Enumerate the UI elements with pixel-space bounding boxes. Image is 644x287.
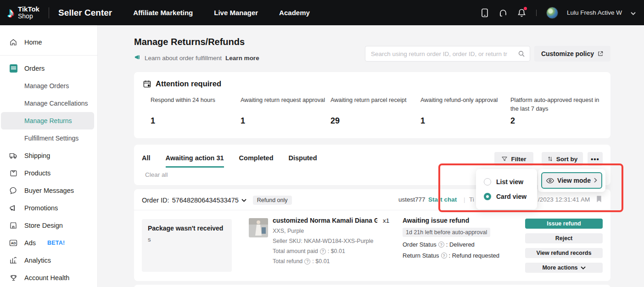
stat-value[interactable]: 29 <box>330 116 340 126</box>
chevron-down-icon[interactable] <box>631 9 636 17</box>
sidebar-item-label: Ads <box>24 239 36 247</box>
attention-title: Attention required <box>156 79 221 88</box>
bookmark-icon[interactable] <box>596 195 602 204</box>
sort-label: Sort by <box>556 156 578 163</box>
stat-awaiting-return-approval: Awaiting return request approval 1 <box>241 96 328 105</box>
tiktok-shop-logo[interactable]: ♪ TikTok Shop <box>0 6 39 19</box>
stat-value[interactable]: 2 <box>510 116 515 126</box>
notifications-bell-icon[interactable] <box>517 8 526 17</box>
sidebar-item-analytics[interactable]: Analytics <box>0 252 97 269</box>
chevron-down-icon[interactable] <box>241 199 246 202</box>
sidebar-item-label: Store Design <box>24 222 63 229</box>
tab-completed[interactable]: Completed <box>239 154 274 168</box>
analytics-bars-icon <box>9 256 17 264</box>
nav-academy[interactable]: Academy <box>279 9 310 17</box>
orders-icon <box>9 64 17 73</box>
sidebar-item-store-design[interactable]: Store Design <box>0 217 97 234</box>
list-view-option[interactable]: List view <box>476 174 537 189</box>
svg-text:AD: AD <box>11 241 16 245</box>
megaphone-icon <box>9 204 17 212</box>
list-view-label: List view <box>496 178 523 186</box>
product-name[interactable]: customized Norma Kamali Diana G... <box>273 217 377 224</box>
chevron-down-icon <box>581 266 586 270</box>
help-icon[interactable]: ? <box>441 253 447 259</box>
sidebar-item-fulfillment-settings[interactable]: Fulfillment Settings <box>0 129 97 147</box>
sidebar: Home Orders Manage Orders Manage Cancell… <box>0 25 98 287</box>
stat-value[interactable]: 1 <box>420 116 425 126</box>
nav-live-manager[interactable]: Live Manager <box>214 9 258 17</box>
order-card: Order ID: 576482806434533475 Refund only… <box>134 189 610 281</box>
stat-value[interactable]: 1 <box>241 116 245 126</box>
request-time-fragment-left: Ti <box>469 196 474 203</box>
sidebar-item-manage-returns[interactable]: Manage Returns <box>1 112 94 129</box>
page-title: Manage Returns/Refunds <box>134 37 245 47</box>
order-id-value[interactable]: 576482806434533475 <box>172 197 239 204</box>
sidebar-item-buyer-messages[interactable]: Buyer Messages <box>0 182 97 199</box>
return-status-label: Return Status <box>403 252 439 259</box>
view-mode-menu-item[interactable]: View mode <box>541 172 602 189</box>
tiktok-note-icon: ♪ <box>7 6 14 20</box>
clear-all-link[interactable]: Clear all <box>145 171 168 178</box>
more-options-button[interactable]: ••• <box>588 152 603 166</box>
total-amount-paid-line: Total amount paid ? : $0.01 <box>273 248 397 254</box>
product-quantity: x1 <box>383 217 389 224</box>
external-link-icon <box>597 51 604 57</box>
sidebar-item-shipping[interactable]: Shipping <box>0 147 97 164</box>
total-amount-paid-value: : $0.01 <box>328 248 345 254</box>
sidebar-item-manage-cancellations[interactable]: Manage Cancellations <box>0 95 97 112</box>
sort-by-button[interactable]: Sort by <box>542 152 583 166</box>
issue-refund-button[interactable]: Issue refund <box>525 219 603 229</box>
sidebar-item-ads[interactable]: AD Ads BETA! <box>0 234 97 252</box>
sidebar-item-account-health[interactable]: Account Health <box>0 269 97 287</box>
chevron-right-icon <box>594 177 597 184</box>
total-refund-label: Total refund <box>273 258 302 264</box>
stat-awaiting-refund-only: Awaiting refund-only approval 1 <box>420 96 508 105</box>
reject-button[interactable]: Reject <box>525 233 603 243</box>
sidebar-item-orders[interactable]: Orders <box>0 60 97 77</box>
user-name[interactable]: Lulu Fresh Active W <box>567 9 622 16</box>
tab-all[interactable]: All <box>142 154 151 168</box>
view-refund-records-button[interactable]: View refund records <box>525 248 603 258</box>
return-status-line: Return Status ? : Refund requested <box>403 252 522 259</box>
product-image[interactable] <box>249 218 268 237</box>
filter-button[interactable]: Filter <box>494 152 533 166</box>
sidebar-item-promotions[interactable]: Promotions <box>0 199 97 217</box>
help-icon[interactable]: ? <box>438 242 444 248</box>
learn-more-link[interactable]: Learn more <box>225 55 259 62</box>
sidebar-item-manage-orders[interactable]: Manage Orders <box>0 77 97 95</box>
search-input[interactable] <box>371 51 518 57</box>
sidebar-item-label: Shipping <box>24 152 50 159</box>
stat-label: Awaiting return request approval <box>241 96 328 105</box>
help-icon[interactable]: ? <box>320 248 326 254</box>
more-actions-button[interactable]: More actions <box>525 263 603 273</box>
storefront-icon <box>9 221 17 230</box>
beta-badge: BETA! <box>47 240 65 246</box>
stat-platform-auto-approved: Platform auto-approved request in the la… <box>510 96 602 113</box>
stat-value[interactable]: 1 <box>151 116 155 126</box>
user-avatar[interactable] <box>546 7 558 19</box>
tab-disputed[interactable]: Disputed <box>289 154 317 168</box>
nav-seller-center[interactable]: Seller Center <box>58 8 112 18</box>
stat-awaiting-parcel-receipt: Awaiting return parcel receipt 29 <box>330 96 418 105</box>
search-icon[interactable] <box>518 50 525 57</box>
stat-label: Awaiting return parcel receipt <box>330 96 418 105</box>
card-view-option[interactable]: Card view <box>476 189 537 204</box>
total-amount-paid-label: Total amount paid <box>273 248 318 254</box>
sidebar-item-label: Manage Cancellations <box>24 100 88 107</box>
chat-bubble-icon <box>9 186 17 195</box>
tab-awaiting-action[interactable]: Awaiting action 31 <box>166 154 224 168</box>
start-chat-link[interactable]: Start chat <box>428 196 457 203</box>
stat-label: Respond within 24 hours <box>151 96 238 105</box>
nav-affiliate-marketing[interactable]: Affiliate Marketing <box>133 9 193 17</box>
support-headset-icon[interactable] <box>498 8 508 17</box>
auto-approval-countdown: 1d 21h left before auto-approval <box>403 228 490 237</box>
mobile-app-icon[interactable] <box>480 8 490 17</box>
status-title: Awaiting issue refund <box>403 217 522 224</box>
customize-policy-button[interactable]: Customize policy <box>534 46 610 62</box>
help-icon[interactable]: ? <box>304 259 310 264</box>
sidebar-item-home[interactable]: Home <box>0 34 97 51</box>
buyer-username[interactable]: ustest777 <box>398 196 426 203</box>
sidebar-item-products[interactable]: Products <box>0 164 97 182</box>
sidebar-item-label: Orders <box>24 65 45 72</box>
brand-line1: TikTok <box>18 6 39 13</box>
